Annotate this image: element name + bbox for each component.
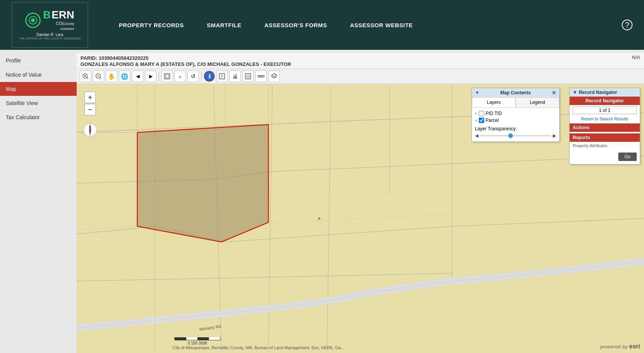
layer-parcel-label: Parcel [486, 118, 499, 123]
property-parid: PARID: 103904405842320225 [80, 55, 149, 61]
main-nav: PROPERTY RECORDS SMARTFILE ASSESSOR'S FO… [119, 22, 413, 28]
compass-icon: N [82, 122, 98, 138]
record-nav-input[interactable] [573, 107, 637, 114]
sidebar-item-notice-of-value[interactable]: Notice of Value [0, 68, 77, 82]
svg-marker-22 [271, 74, 277, 77]
map-contents-header: ▼ Map Contents ✕ [472, 88, 559, 97]
header: BERN CO|CountyAssessor Damian R. Lara TH… [0, 0, 644, 50]
svg-rect-10 [166, 75, 169, 78]
extent-icon [164, 73, 171, 80]
svg-rect-15 [245, 74, 251, 79]
forward-tool[interactable]: ▶ [145, 71, 156, 82]
go-btn-container: Go [570, 149, 640, 153]
nav-smartfile[interactable]: SMARTFILE [207, 22, 241, 28]
content-area: Profile Notice of Value Map Satellite Vi… [0, 50, 644, 353]
layer-parcel-checkbox[interactable] [479, 118, 484, 123]
record-nav-panel: ▼ Record Navigator Record Navigator Retu… [569, 88, 640, 164]
property-attributes-link[interactable]: Property Attributes [570, 142, 640, 149]
record-nav-header: ▼ Record Navigator [570, 88, 640, 97]
zoom-controls: + − [84, 92, 96, 115]
nav-assessors-forms[interactable]: ASSESSOR'S FORMS [264, 22, 327, 28]
extent-tool[interactable] [161, 71, 173, 82]
logo-icon [28, 16, 38, 25]
svg-line-3 [87, 77, 88, 79]
slider-track[interactable] [480, 135, 551, 136]
sidebar-item-profile[interactable]: Profile [0, 54, 77, 68]
pan-tool[interactable]: ✋ [106, 71, 117, 82]
svg-rect-17 [258, 76, 264, 77]
map-contents-arrow[interactable]: ▼ [475, 90, 480, 95]
logo-bern-text: BERN [43, 10, 74, 20]
slider-right-arrow[interactable]: ▶ [553, 133, 556, 138]
svg-text:N: N [89, 125, 91, 128]
slider-thumb[interactable] [508, 133, 513, 138]
transparency-row: Layer Transparency: ◀ ▶ [475, 126, 556, 138]
globe-tool[interactable]: 🌐 [119, 71, 130, 82]
tab-legend[interactable]: Legend [516, 97, 559, 107]
zoom-minus-btn[interactable]: − [84, 104, 96, 115]
logo-circle [25, 13, 41, 28]
sidebar-item-map[interactable]: Map [0, 82, 77, 96]
map-attribution: City of Albuquerque, Bernalillo County, … [172, 345, 598, 350]
main-content: PARID: 103904405842320225 N/A GONZALES A… [77, 50, 644, 353]
tab-layers[interactable]: Layers [472, 97, 516, 107]
logo-name: Damian R. Lara [36, 33, 63, 37]
map-container[interactable]: + − N [77, 84, 644, 353]
print-tool[interactable]: 🖨 [229, 71, 241, 82]
measure-tool[interactable] [255, 71, 267, 82]
svg-rect-16 [247, 75, 249, 77]
nav-assessor-website[interactable]: ASSESSOR WEBSITE [350, 22, 413, 28]
zoom-in-icon [82, 73, 89, 80]
identify-icon [219, 73, 225, 80]
layer-pid-expand[interactable]: + [475, 112, 477, 116]
return-to-search-results[interactable]: Return to Search Results [570, 116, 640, 123]
scale-text: 0 150 300ft [188, 341, 207, 345]
back-tool[interactable]: ◀ [132, 71, 143, 82]
scale-seg-2 [186, 337, 198, 340]
toolbar-sep-1 [159, 72, 159, 81]
transparency-label: Layer Transparency: [475, 126, 517, 131]
property-header: PARID: 103904405842320225 N/A GONZALES A… [77, 53, 644, 69]
zoom-in-tool[interactable] [80, 71, 91, 82]
sidebar-item-satellite-view[interactable]: Satellite View [0, 96, 77, 110]
nav-property-records[interactable]: PROPERTY RECORDS [119, 22, 184, 28]
record-navigator-title-bar: Record Navigator [570, 97, 640, 105]
map-contents-tabs: Layers Legend [472, 97, 559, 108]
zoom-out-tool[interactable] [93, 71, 104, 82]
compass: N [82, 122, 98, 138]
select-tool[interactable]: ⬦ [174, 71, 186, 82]
layer-parcel-expand[interactable]: + [475, 118, 477, 123]
go-button[interactable]: Go [618, 153, 637, 161]
svg-point-1 [31, 18, 35, 22]
layer-pid-tid: + PID TID [475, 111, 556, 116]
record-nav-input-row [570, 105, 640, 116]
actions-section: Actions [570, 123, 640, 132]
clear-tool[interactable]: ↺ [187, 71, 199, 82]
logo-text-area: BERN CO|CountyAssessor [43, 10, 74, 31]
layers-tool[interactable] [268, 71, 280, 82]
scale-seg-1 [175, 337, 186, 340]
svg-line-7 [100, 77, 101, 79]
record-nav-arrow[interactable]: ▼ [573, 90, 577, 95]
logo-inner: BERN CO|CountyAssessor [25, 10, 74, 31]
export-tool[interactable] [242, 71, 254, 82]
record-nav-header-title: Record Navigator [579, 90, 617, 95]
identify-tool[interactable] [216, 71, 228, 82]
transparency-slider-row: ◀ ▶ [475, 133, 556, 138]
zoom-plus-btn[interactable]: + [84, 92, 96, 103]
logo-area: BERN CO|CountyAssessor Damian R. Lara TH… [12, 2, 88, 48]
sidebar-item-tax-calculator[interactable]: Tax Calculator [0, 110, 77, 125]
property-name: GONZALES ALFONSO & MARY A (ESTATES OF), … [80, 61, 640, 67]
slider-left-arrow[interactable]: ◀ [475, 133, 478, 138]
info-tool[interactable]: ℹ [204, 71, 215, 82]
map-contents-close[interactable]: ✕ [552, 90, 556, 96]
reports-section: Reports [570, 133, 640, 142]
sidebar: Profile Notice of Value Map Satellite Vi… [0, 50, 77, 353]
help-icon[interactable]: ? [622, 20, 632, 30]
toolbar-sep-2 [201, 72, 202, 81]
layer-pid-label: PID TID [486, 111, 502, 116]
scale-seg-3 [197, 337, 209, 340]
layer-pid-checkbox[interactable] [479, 111, 484, 116]
property-na: N/A [632, 54, 640, 60]
map-contents-body: + PID TID + Parcel Layer Transparency: ◀ [472, 108, 559, 141]
